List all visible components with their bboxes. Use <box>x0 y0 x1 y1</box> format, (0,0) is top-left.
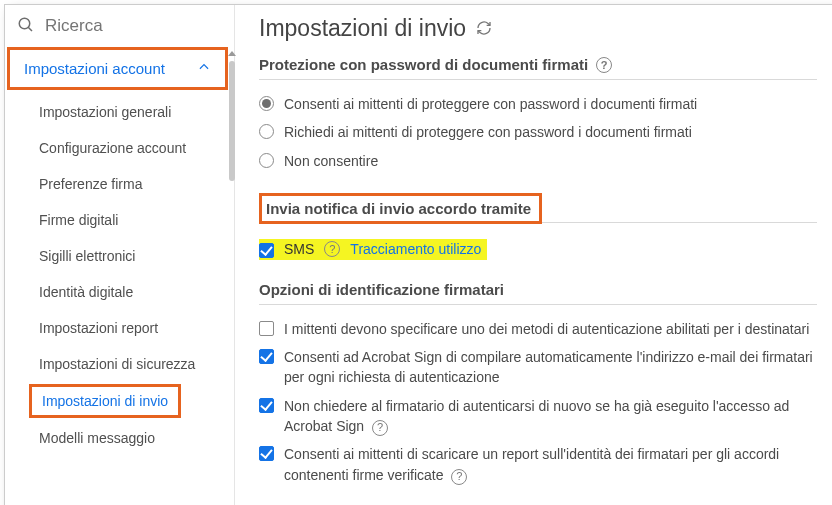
signer-id-options: I mittenti devono specificare uno dei me… <box>259 315 817 489</box>
checkbox-sms[interactable] <box>259 243 274 258</box>
sidebar-item-message-templates[interactable]: Modelli messaggio <box>5 420 234 456</box>
sidebar-item-digital-signatures[interactable]: Firme digitali <box>5 202 234 238</box>
radio-label: Richiedi ai mittenti di proteggere con p… <box>284 122 817 142</box>
checkbox-icon <box>259 398 274 413</box>
page-title-text: Impostazioni di invio <box>259 15 466 42</box>
checkbox-download-identity-report[interactable]: Consenti ai mittenti di scaricare un rep… <box>259 440 817 489</box>
section-password-protect-title: Protezione con password di documenti fir… <box>259 56 817 80</box>
sidebar-item-security-settings[interactable]: Impostazioni di sicurezza <box>5 346 234 382</box>
search-icon <box>17 16 35 37</box>
checkbox-icon <box>259 446 274 461</box>
checkbox-label: Consenti ai mittenti di scaricare un rep… <box>284 444 817 485</box>
usage-tracking-link[interactable]: Tracciamento utilizzo <box>350 241 481 257</box>
sidebar-item-account-config[interactable]: Configurazione account <box>5 130 234 166</box>
radio-icon <box>259 96 274 111</box>
help-icon[interactable]: ? <box>324 241 340 257</box>
sidebar-item-electronic-seals[interactable]: Sigilli elettronici <box>5 238 234 274</box>
checkbox-require-auth-method[interactable]: I mittenti devono specificare uno dei me… <box>259 315 817 343</box>
help-icon[interactable]: ? <box>596 57 612 73</box>
radio-disallow-password[interactable]: Non consentire <box>259 147 817 175</box>
section-title-text: Invia notifica di invio accordo tramite <box>266 200 531 217</box>
checkbox-icon <box>259 349 274 364</box>
section-notify-title: Invia notifica di invio accordo tramite <box>259 193 542 224</box>
svg-point-0 <box>19 18 30 29</box>
sidebar-item-digital-identity[interactable]: Identità digitale <box>5 274 234 310</box>
sidebar: Impostazioni account Impostazioni genera… <box>5 5 235 505</box>
radio-label: Non consentire <box>284 151 817 171</box>
search-box[interactable] <box>5 5 234 45</box>
main-content: Impostazioni di invio Protezione con pas… <box>235 5 832 505</box>
checkbox-label: SMS <box>284 241 314 257</box>
checkbox-label: I mittenti devono specificare uno dei me… <box>284 319 817 339</box>
section-title-text: Protezione con password di documenti fir… <box>259 56 588 73</box>
radio-icon <box>259 153 274 168</box>
nav-section-label: Impostazioni account <box>24 60 165 77</box>
checkbox-skip-reauth[interactable]: Non chiedere al firmatario di autenticar… <box>259 392 817 441</box>
radio-allow-password[interactable]: Consenti ai mittenti di proteggere con p… <box>259 90 817 118</box>
checkbox-autofill-email[interactable]: Consenti ad Acrobat Sign di compilare au… <box>259 343 817 392</box>
sidebar-item-send-settings[interactable]: Impostazioni di invio <box>29 384 181 418</box>
help-icon[interactable]: ? <box>372 420 388 436</box>
refresh-icon[interactable] <box>476 15 492 42</box>
checkbox-label: Consenti ad Acrobat Sign di compilare au… <box>284 347 817 388</box>
section-title-text: Opzioni di identificazione firmatari <box>259 281 504 298</box>
svg-line-1 <box>28 27 32 31</box>
radio-label: Consenti ai mittenti di proteggere con p… <box>284 94 817 114</box>
section-signer-id-title: Opzioni di identificazione firmatari <box>259 281 817 305</box>
notify-sms-row: SMS ? Tracciamento utilizzo <box>259 239 487 260</box>
chevron-up-icon <box>197 60 211 77</box>
radio-icon <box>259 124 274 139</box>
password-protect-options: Consenti ai mittenti di proteggere con p… <box>259 90 817 175</box>
help-icon[interactable]: ? <box>451 469 467 485</box>
sidebar-item-signature-prefs[interactable]: Preferenze firma <box>5 166 234 202</box>
checkbox-label: Non chiedere al firmatario di autenticar… <box>284 396 817 437</box>
sidebar-item-general[interactable]: Impostazioni generali <box>5 94 234 130</box>
radio-require-password[interactable]: Richiedi ai mittenti di proteggere con p… <box>259 118 817 146</box>
search-input[interactable] <box>43 15 183 37</box>
sidebar-nav: Impostazioni generali Configurazione acc… <box>5 94 234 456</box>
checkbox-icon <box>259 321 274 336</box>
nav-section-account-settings[interactable]: Impostazioni account <box>7 47 228 90</box>
page-title: Impostazioni di invio <box>259 15 817 42</box>
sidebar-item-report-settings[interactable]: Impostazioni report <box>5 310 234 346</box>
